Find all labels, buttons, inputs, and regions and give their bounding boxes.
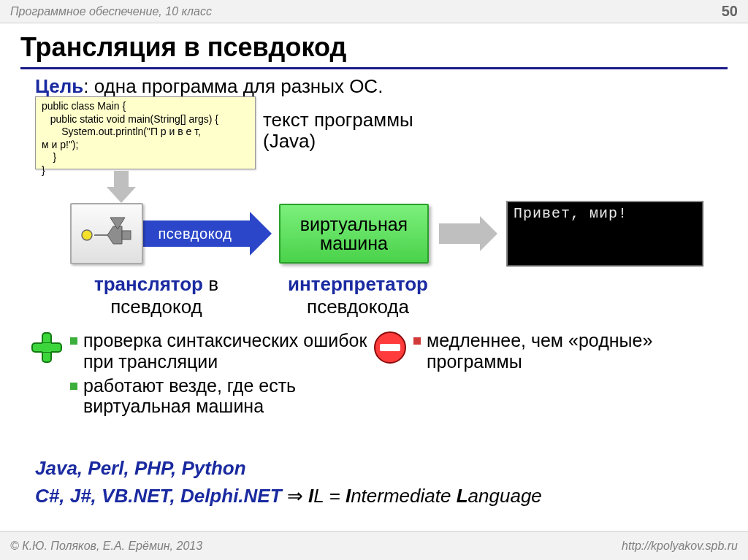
pseudo-arrow: псевдокод <box>140 212 272 256</box>
langs-line-2: C#, J#, VB.NET, Delphi.NET ⇒ IL = Interm… <box>35 485 542 507</box>
vm-l2: машина <box>320 233 388 253</box>
flow-row: псевдокод виртуальная машина Привет, мир… <box>70 203 703 264</box>
svg-point-0 <box>82 230 92 240</box>
vm-box: виртуальная машина <box>279 204 429 264</box>
bullet-icon <box>70 337 77 345</box>
code-box: public class Main { public static void m… <box>35 96 256 169</box>
minus-icon <box>373 330 408 365</box>
vm-l1: виртуальная <box>300 214 408 234</box>
subject-label: Программное обеспечение, 10 класс <box>10 5 212 18</box>
translator-bold: транслятор <box>94 273 203 295</box>
interpreter-sub: псевдокода <box>307 296 409 318</box>
arrow-down-icon <box>107 171 136 203</box>
interpreter-bold: интерпретатор <box>288 273 428 295</box>
pro-2: работают везде, где есть виртуальная маш… <box>83 375 373 418</box>
cons-block: медленнее, чем «родные» программы <box>373 330 716 420</box>
copyright: © К.Ю. Поляков, Е.А. Ерёмин, 2013 <box>10 540 202 553</box>
page-number: 50 <box>722 3 738 20</box>
footer-url: http://kpolyakov.spb.ru <box>622 540 738 553</box>
goal-text: : одна программа для разных ОС. <box>83 75 383 97</box>
pros-cons: проверка синтаксических ошибок при транс… <box>29 330 716 420</box>
svg-rect-6 <box>380 344 400 351</box>
il-mid: ntermediate <box>351 485 457 507</box>
langs-line-1: Java, Perl, PHP, Python <box>35 457 246 480</box>
footer-bar: © К.Ю. Поляков, Е.А. Ерёмин, 2013 http:/… <box>0 531 748 560</box>
goal-label: Цель <box>35 75 83 97</box>
interpreter-caption: интерпретатор псевдокода <box>263 273 453 318</box>
bullet-icon <box>413 337 421 345</box>
langs2-blue: C#, J#, VB.NET, Delphi.NET <box>35 485 282 507</box>
plus-icon <box>29 330 64 365</box>
translator-icon <box>70 203 143 264</box>
slide-title: Трансляция в псевдокод <box>0 23 748 67</box>
translator-rest: в <box>203 273 218 295</box>
header-bar: Программное обеспечение, 10 класс 50 <box>0 0 748 23</box>
il-r1: L = <box>313 485 346 507</box>
svg-rect-4 <box>42 343 51 352</box>
pro-list: проверка синтаксических ошибок при транс… <box>70 330 373 420</box>
con-list: медленнее, чем «родные» программы <box>413 330 716 420</box>
pseudo-label: псевдокод <box>159 226 232 242</box>
translator-caption: транслятор в псевдокод <box>61 273 251 318</box>
code-caption-l2: (Java) <box>263 130 316 152</box>
bullet-icon <box>70 383 77 390</box>
arrow-right-icon <box>439 216 497 251</box>
translator-sub: псевдокод <box>110 296 202 318</box>
pro-1: проверка синтаксических ошибок при транс… <box>83 330 373 372</box>
pros-block: проверка синтаксических ошибок при транс… <box>29 330 373 420</box>
code-caption: текст программы (Java) <box>263 110 413 151</box>
con-1: медленнее, чем «родные» программы <box>427 330 716 372</box>
code-caption-l1: текст программы <box>263 109 413 131</box>
il-L: L <box>457 485 468 507</box>
console-output: Привет, мир! <box>506 201 703 266</box>
svg-rect-1 <box>122 231 131 239</box>
il-end: anguage <box>468 485 542 507</box>
